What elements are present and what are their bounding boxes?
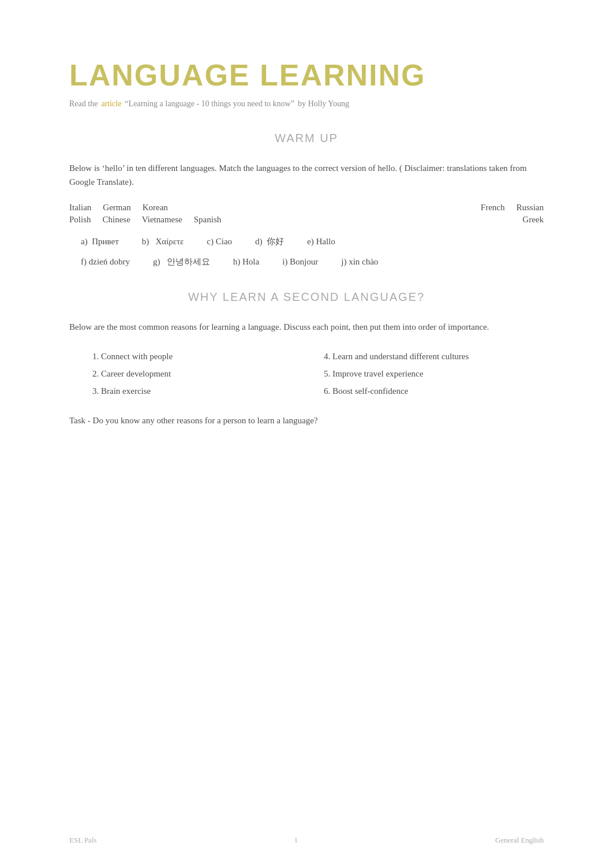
reason-3: 3. Brain exercise	[92, 382, 312, 400]
greetings-section: a) Привет b) Χαίρετε c) Ciao d) 你好 e) Ha…	[69, 236, 544, 267]
languages-block: Italian German Korean French Russian Pol…	[69, 203, 544, 225]
footer-right: General English	[495, 836, 544, 845]
lang-russian: Russian	[516, 203, 544, 213]
lang-german: German	[103, 203, 130, 213]
greeting-c: c) Ciao	[207, 237, 232, 247]
reasons-grid: 1. Connect with people 2. Career develop…	[69, 348, 544, 400]
why-intro: Below are the most common reasons for le…	[69, 320, 544, 334]
greeting-h: h) Hola	[233, 257, 259, 267]
warm-up-intro: Below is ‘hello’ in ten different langua…	[69, 161, 544, 189]
footer-left: ESL Pals	[69, 836, 97, 845]
greeting-d: d) 你好	[255, 236, 284, 247]
lang-polish: Polish	[69, 215, 91, 225]
subtitle-row: Read the article “Learning a language - …	[69, 99, 544, 109]
greetings-row-1: a) Привет b) Χαίρετε c) Ciao d) 你好 e) Ha…	[69, 236, 544, 247]
greeting-j: j) xin chào	[341, 257, 378, 267]
footer: ESL Pals 1 General English	[0, 836, 613, 845]
lang-vietnamese: Vietnamese	[142, 215, 182, 225]
reason-5: 5. Improve travel experience	[324, 365, 544, 382]
greeting-a: a) Привет	[81, 237, 119, 247]
page-title: LANGUAGE LEARNING	[69, 58, 544, 92]
reason-2: 2. Career development	[92, 365, 312, 382]
warm-up-title: WARM UP	[69, 132, 544, 145]
greeting-f: f) dzień dobry	[81, 257, 130, 267]
subtitle-middle: “Learning a language - 10 things you nee…	[125, 99, 294, 109]
reason-4: 4. Learn and understand different cultur…	[324, 348, 544, 365]
languages-row-1: Italian German Korean French Russian	[69, 203, 544, 213]
lang-greek: Greek	[522, 215, 544, 225]
warm-up-section: WARM UP Below is ‘hello’ in ten differen…	[69, 132, 544, 267]
lang-french: French	[481, 203, 505, 213]
lang-korean: Korean	[143, 203, 168, 213]
greeting-g: g) 안녕하세요	[153, 256, 210, 267]
subtitle-prefix: Read the	[69, 99, 98, 109]
reasons-col2: 4. Learn and understand different cultur…	[324, 348, 544, 400]
footer-center: 1	[294, 836, 298, 845]
greeting-i: i) Bonjour	[282, 257, 318, 267]
lang-spanish: Spanish	[194, 215, 222, 225]
article-link[interactable]: article	[101, 99, 121, 109]
reason-1: 1. Connect with people	[92, 348, 312, 365]
greetings-row-2: f) dzień dobry g) 안녕하세요 h) Hola i) Bonjo…	[69, 256, 544, 267]
languages-row-2: Polish Chinese Vietnamese Spanish Greek	[69, 215, 544, 225]
greeting-b: b) Χαίρετε	[142, 237, 184, 247]
task-text: Task - Do you know any other reasons for…	[69, 413, 544, 427]
subtitle-suffix: by Holly Young	[298, 99, 349, 109]
why-section: WHY LEARN A SECOND LANGUAGE? Below are t…	[69, 290, 544, 427]
reasons-col1: 1. Connect with people 2. Career develop…	[92, 348, 312, 400]
why-title: WHY LEARN A SECOND LANGUAGE?	[69, 290, 544, 304]
lang-italian: Italian	[69, 203, 91, 213]
lang-chinese: Chinese	[103, 215, 130, 225]
reason-6: 6. Boost self-confidence	[324, 382, 544, 400]
greeting-e: e) Hallo	[307, 237, 335, 247]
